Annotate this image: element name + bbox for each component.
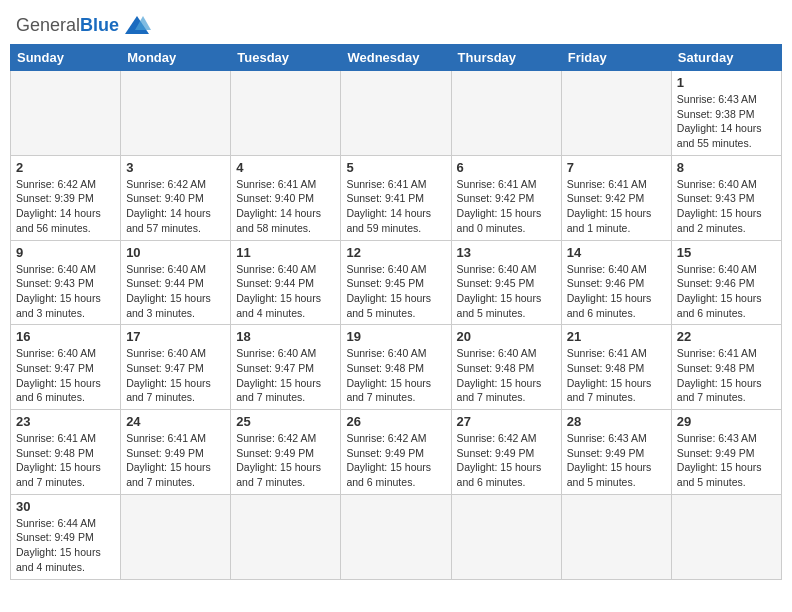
day-number: 23 xyxy=(16,414,115,429)
day-number: 18 xyxy=(236,329,335,344)
day-info: Sunrise: 6:41 AM Sunset: 9:48 PM Dayligh… xyxy=(16,431,115,490)
day-info: Sunrise: 6:40 AM Sunset: 9:48 PM Dayligh… xyxy=(346,346,445,405)
day-info: Sunrise: 6:43 AM Sunset: 9:49 PM Dayligh… xyxy=(677,431,776,490)
day-info: Sunrise: 6:40 AM Sunset: 9:43 PM Dayligh… xyxy=(677,177,776,236)
header-day-friday: Friday xyxy=(561,45,671,71)
day-cell: 17Sunrise: 6:40 AM Sunset: 9:47 PM Dayli… xyxy=(121,325,231,410)
week-row-3: 9Sunrise: 6:40 AM Sunset: 9:43 PM Daylig… xyxy=(11,240,782,325)
day-info: Sunrise: 6:40 AM Sunset: 9:43 PM Dayligh… xyxy=(16,262,115,321)
calendar: SundayMondayTuesdayWednesdayThursdayFrid… xyxy=(10,44,782,580)
day-number: 3 xyxy=(126,160,225,175)
week-row-6: 30Sunrise: 6:44 AM Sunset: 9:49 PM Dayli… xyxy=(11,494,782,579)
day-info: Sunrise: 6:42 AM Sunset: 9:40 PM Dayligh… xyxy=(126,177,225,236)
day-info: Sunrise: 6:42 AM Sunset: 9:49 PM Dayligh… xyxy=(457,431,556,490)
week-row-4: 16Sunrise: 6:40 AM Sunset: 9:47 PM Dayli… xyxy=(11,325,782,410)
day-cell: 13Sunrise: 6:40 AM Sunset: 9:45 PM Dayli… xyxy=(451,240,561,325)
day-cell: 9Sunrise: 6:40 AM Sunset: 9:43 PM Daylig… xyxy=(11,240,121,325)
day-number: 4 xyxy=(236,160,335,175)
header-day-sunday: Sunday xyxy=(11,45,121,71)
day-number: 6 xyxy=(457,160,556,175)
day-cell xyxy=(451,71,561,156)
day-number: 11 xyxy=(236,245,335,260)
header: GeneralBlue xyxy=(10,10,782,40)
day-number: 30 xyxy=(16,499,115,514)
day-cell xyxy=(451,494,561,579)
logo: GeneralBlue xyxy=(16,14,151,36)
day-cell xyxy=(561,71,671,156)
day-cell xyxy=(341,71,451,156)
header-day-saturday: Saturday xyxy=(671,45,781,71)
day-info: Sunrise: 6:40 AM Sunset: 9:46 PM Dayligh… xyxy=(677,262,776,321)
day-cell: 20Sunrise: 6:40 AM Sunset: 9:48 PM Dayli… xyxy=(451,325,561,410)
day-cell: 28Sunrise: 6:43 AM Sunset: 9:49 PM Dayli… xyxy=(561,410,671,495)
day-cell: 29Sunrise: 6:43 AM Sunset: 9:49 PM Dayli… xyxy=(671,410,781,495)
day-info: Sunrise: 6:42 AM Sunset: 9:39 PM Dayligh… xyxy=(16,177,115,236)
header-day-monday: Monday xyxy=(121,45,231,71)
day-info: Sunrise: 6:40 AM Sunset: 9:47 PM Dayligh… xyxy=(236,346,335,405)
day-info: Sunrise: 6:40 AM Sunset: 9:45 PM Dayligh… xyxy=(346,262,445,321)
day-cell: 19Sunrise: 6:40 AM Sunset: 9:48 PM Dayli… xyxy=(341,325,451,410)
day-number: 24 xyxy=(126,414,225,429)
day-cell xyxy=(11,71,121,156)
day-number: 16 xyxy=(16,329,115,344)
day-number: 9 xyxy=(16,245,115,260)
day-number: 29 xyxy=(677,414,776,429)
day-info: Sunrise: 6:41 AM Sunset: 9:49 PM Dayligh… xyxy=(126,431,225,490)
day-cell: 3Sunrise: 6:42 AM Sunset: 9:40 PM Daylig… xyxy=(121,155,231,240)
day-number: 10 xyxy=(126,245,225,260)
day-info: Sunrise: 6:40 AM Sunset: 9:44 PM Dayligh… xyxy=(126,262,225,321)
day-cell: 30Sunrise: 6:44 AM Sunset: 9:49 PM Dayli… xyxy=(11,494,121,579)
day-number: 25 xyxy=(236,414,335,429)
day-cell xyxy=(671,494,781,579)
day-cell: 2Sunrise: 6:42 AM Sunset: 9:39 PM Daylig… xyxy=(11,155,121,240)
week-row-1: 1Sunrise: 6:43 AM Sunset: 9:38 PM Daylig… xyxy=(11,71,782,156)
day-info: Sunrise: 6:43 AM Sunset: 9:49 PM Dayligh… xyxy=(567,431,666,490)
day-number: 7 xyxy=(567,160,666,175)
day-number: 22 xyxy=(677,329,776,344)
day-cell: 25Sunrise: 6:42 AM Sunset: 9:49 PM Dayli… xyxy=(231,410,341,495)
day-info: Sunrise: 6:41 AM Sunset: 9:40 PM Dayligh… xyxy=(236,177,335,236)
day-number: 1 xyxy=(677,75,776,90)
day-info: Sunrise: 6:41 AM Sunset: 9:42 PM Dayligh… xyxy=(567,177,666,236)
day-cell xyxy=(341,494,451,579)
day-number: 28 xyxy=(567,414,666,429)
day-number: 14 xyxy=(567,245,666,260)
day-info: Sunrise: 6:40 AM Sunset: 9:45 PM Dayligh… xyxy=(457,262,556,321)
day-info: Sunrise: 6:42 AM Sunset: 9:49 PM Dayligh… xyxy=(346,431,445,490)
day-number: 12 xyxy=(346,245,445,260)
header-day-tuesday: Tuesday xyxy=(231,45,341,71)
logo-icon xyxy=(123,14,151,36)
week-row-2: 2Sunrise: 6:42 AM Sunset: 9:39 PM Daylig… xyxy=(11,155,782,240)
day-info: Sunrise: 6:41 AM Sunset: 9:48 PM Dayligh… xyxy=(677,346,776,405)
day-number: 8 xyxy=(677,160,776,175)
day-cell xyxy=(231,494,341,579)
header-day-wednesday: Wednesday xyxy=(341,45,451,71)
day-info: Sunrise: 6:40 AM Sunset: 9:48 PM Dayligh… xyxy=(457,346,556,405)
day-cell: 11Sunrise: 6:40 AM Sunset: 9:44 PM Dayli… xyxy=(231,240,341,325)
day-number: 21 xyxy=(567,329,666,344)
day-cell: 16Sunrise: 6:40 AM Sunset: 9:47 PM Dayli… xyxy=(11,325,121,410)
day-info: Sunrise: 6:40 AM Sunset: 9:47 PM Dayligh… xyxy=(16,346,115,405)
day-number: 26 xyxy=(346,414,445,429)
day-cell xyxy=(121,494,231,579)
day-cell: 23Sunrise: 6:41 AM Sunset: 9:48 PM Dayli… xyxy=(11,410,121,495)
day-info: Sunrise: 6:40 AM Sunset: 9:44 PM Dayligh… xyxy=(236,262,335,321)
day-cell: 22Sunrise: 6:41 AM Sunset: 9:48 PM Dayli… xyxy=(671,325,781,410)
day-number: 20 xyxy=(457,329,556,344)
day-cell: 8Sunrise: 6:40 AM Sunset: 9:43 PM Daylig… xyxy=(671,155,781,240)
day-info: Sunrise: 6:41 AM Sunset: 9:42 PM Dayligh… xyxy=(457,177,556,236)
day-cell: 4Sunrise: 6:41 AM Sunset: 9:40 PM Daylig… xyxy=(231,155,341,240)
day-cell: 7Sunrise: 6:41 AM Sunset: 9:42 PM Daylig… xyxy=(561,155,671,240)
day-number: 19 xyxy=(346,329,445,344)
calendar-header-row: SundayMondayTuesdayWednesdayThursdayFrid… xyxy=(11,45,782,71)
day-info: Sunrise: 6:44 AM Sunset: 9:49 PM Dayligh… xyxy=(16,516,115,575)
day-info: Sunrise: 6:40 AM Sunset: 9:46 PM Dayligh… xyxy=(567,262,666,321)
day-number: 5 xyxy=(346,160,445,175)
day-cell: 14Sunrise: 6:40 AM Sunset: 9:46 PM Dayli… xyxy=(561,240,671,325)
day-cell xyxy=(561,494,671,579)
day-cell: 5Sunrise: 6:41 AM Sunset: 9:41 PM Daylig… xyxy=(341,155,451,240)
day-cell: 24Sunrise: 6:41 AM Sunset: 9:49 PM Dayli… xyxy=(121,410,231,495)
day-info: Sunrise: 6:41 AM Sunset: 9:48 PM Dayligh… xyxy=(567,346,666,405)
day-cell xyxy=(231,71,341,156)
day-info: Sunrise: 6:41 AM Sunset: 9:41 PM Dayligh… xyxy=(346,177,445,236)
